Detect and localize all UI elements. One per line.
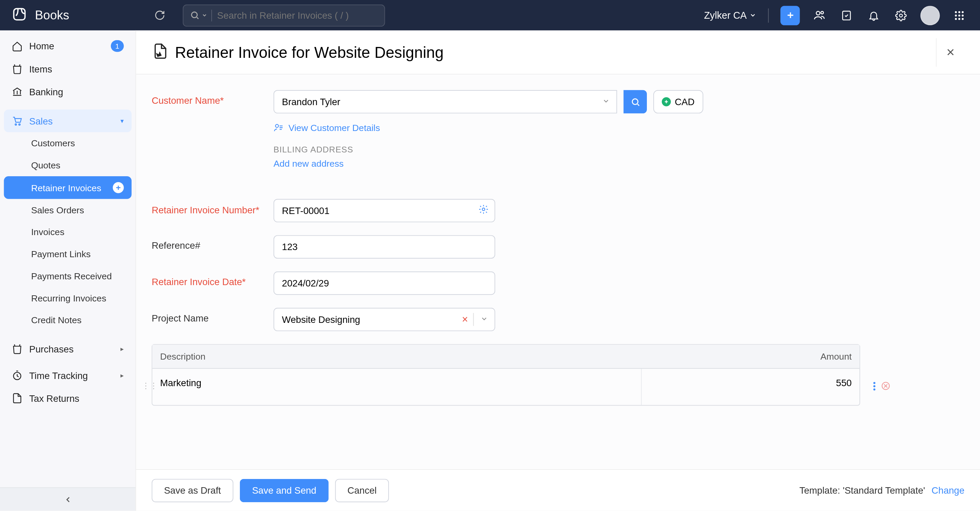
sidebar-item-retainer-invoices[interactable]: Retainer Invoices + xyxy=(4,176,131,199)
sidebar-item-sales-orders[interactable]: Sales Orders xyxy=(4,199,131,221)
org-picker[interactable]: Zylker CA xyxy=(704,10,756,21)
purchases-icon xyxy=(11,344,22,355)
delete-row-icon[interactable] xyxy=(881,381,891,393)
sidebar-item-customers[interactable]: Customers xyxy=(4,132,131,154)
svg-point-11 xyxy=(962,14,964,16)
check-circle-icon xyxy=(662,97,671,107)
global-search[interactable] xyxy=(183,4,385,26)
sidebar-item-label: Purchases xyxy=(29,344,74,354)
chevron-down-icon[interactable] xyxy=(474,314,495,325)
currency-chip[interactable]: CAD xyxy=(653,90,703,114)
notifications-icon[interactable] xyxy=(866,8,882,23)
customer-name-value: Brandon Tyler xyxy=(282,97,340,107)
sidebar-item-items[interactable]: Items xyxy=(4,58,131,81)
billing-address-heading: BILLING ADDRESS xyxy=(274,145,766,154)
svg-point-8 xyxy=(962,11,964,13)
sidebar-item-sales[interactable]: Sales ▾ xyxy=(4,110,131,132)
table-row[interactable]: Marketing 550 xyxy=(153,369,859,405)
svg-point-19 xyxy=(275,124,279,127)
date-input[interactable] xyxy=(274,272,495,295)
row-menu-icon[interactable] xyxy=(873,381,876,393)
sidebar-item-payment-links[interactable]: Payment Links xyxy=(4,243,131,265)
retainer-number-input[interactable] xyxy=(274,199,495,223)
add-new-address-link[interactable]: Add new address xyxy=(274,158,766,169)
row-amount[interactable]: 550 xyxy=(642,369,859,405)
view-customer-details-link[interactable]: View Customer Details xyxy=(274,123,766,133)
page-header: Retainer Invoice for Website Designing xyxy=(136,30,980,75)
change-template-link[interactable]: Change xyxy=(932,485,965,495)
refresh-button[interactable] xyxy=(148,3,171,27)
collapse-sidebar-button[interactable] xyxy=(0,487,135,511)
chevron-left-icon xyxy=(63,495,73,504)
sidebar-item-label: Items xyxy=(29,64,52,74)
drag-handle-icon[interactable]: ⋮⋮ xyxy=(142,381,158,390)
sidebar: Home 1 Items Banking Sales ▾ Customers Q… xyxy=(0,30,136,511)
topbar: Books Zylker CA xyxy=(0,0,980,30)
svg-point-15 xyxy=(15,124,16,125)
svg-point-5 xyxy=(899,14,902,17)
close-button[interactable] xyxy=(936,38,965,66)
footer-bar: Save as Draft Save and Send Cancel Templ… xyxy=(136,469,980,511)
sidebar-item-purchases[interactable]: Purchases ▸ xyxy=(4,337,131,360)
sidebar-item-label: Sales xyxy=(29,116,53,126)
app-logo[interactable]: Books xyxy=(0,5,136,25)
svg-point-12 xyxy=(955,18,957,20)
row-description[interactable]: Marketing xyxy=(153,369,642,405)
sidebar-item-tax-returns[interactable]: Tax Returns xyxy=(4,387,131,410)
clear-icon[interactable]: × xyxy=(457,314,473,325)
sidebar-item-label: Banking xyxy=(29,86,63,97)
settings-icon[interactable] xyxy=(893,8,909,23)
sidebar-item-time-tracking[interactable]: Time Tracking ▸ xyxy=(4,364,131,387)
project-value: Website Designing xyxy=(274,314,457,325)
sidebar-item-payments-received[interactable]: Payments Received xyxy=(4,265,131,287)
home-badge: 1 xyxy=(111,40,124,52)
search-icon xyxy=(183,10,211,20)
chevron-right-icon: ▸ xyxy=(121,372,124,379)
sidebar-item-quotes[interactable]: Quotes xyxy=(4,154,131,176)
items-icon xyxy=(11,64,22,75)
app-switcher-icon[interactable] xyxy=(951,8,967,23)
form-area: Customer Name* Brandon Tyler xyxy=(136,75,980,469)
home-icon xyxy=(11,40,22,51)
announcements-icon[interactable] xyxy=(839,8,854,23)
cancel-button[interactable]: Cancel xyxy=(335,479,389,502)
chevron-right-icon: ▸ xyxy=(121,345,124,352)
customer-search-button[interactable] xyxy=(624,90,647,114)
svg-point-3 xyxy=(821,11,823,14)
quick-create-button[interactable] xyxy=(780,5,800,25)
chevron-down-icon xyxy=(602,97,610,107)
svg-point-21 xyxy=(873,382,875,384)
app-name: Books xyxy=(35,8,69,22)
sales-icon xyxy=(11,115,22,126)
save-draft-button[interactable]: Save as Draft xyxy=(152,479,234,502)
avatar[interactable] xyxy=(920,5,940,25)
banking-icon xyxy=(11,86,22,97)
clock-icon xyxy=(11,370,22,381)
svg-point-9 xyxy=(955,14,957,16)
add-icon[interactable]: + xyxy=(113,182,124,193)
svg-rect-0 xyxy=(14,8,25,19)
org-name: Zylker CA xyxy=(704,10,746,21)
project-select[interactable]: Website Designing × xyxy=(274,308,495,331)
sidebar-item-home[interactable]: Home 1 xyxy=(4,34,131,58)
svg-point-23 xyxy=(873,388,875,390)
svg-point-6 xyxy=(955,11,957,13)
svg-point-13 xyxy=(958,18,960,20)
search-input[interactable] xyxy=(217,10,384,21)
sidebar-item-invoices[interactable]: Invoices xyxy=(4,221,131,243)
retainer-number-label: Retainer Invoice Number* xyxy=(152,199,274,217)
gear-icon[interactable] xyxy=(479,204,488,217)
page-title: Retainer Invoice for Website Designing xyxy=(175,43,443,61)
search-icon xyxy=(630,97,640,107)
save-send-button[interactable]: Save and Send xyxy=(240,479,328,502)
user-detail-icon xyxy=(274,123,284,133)
sidebar-item-credit-notes[interactable]: Credit Notes xyxy=(4,309,131,331)
customer-name-select[interactable]: Brandon Tyler xyxy=(274,90,617,114)
line-items-table: Description Amount Marketing 550 ⋮⋮ xyxy=(152,344,860,406)
sidebar-item-banking[interactable]: Banking xyxy=(4,80,131,103)
project-label: Project Name xyxy=(152,308,274,323)
users-icon[interactable] xyxy=(811,8,827,23)
svg-point-18 xyxy=(632,99,638,105)
sidebar-item-recurring-invoices[interactable]: Recurring Invoices xyxy=(4,287,131,309)
reference-input[interactable] xyxy=(274,235,495,259)
